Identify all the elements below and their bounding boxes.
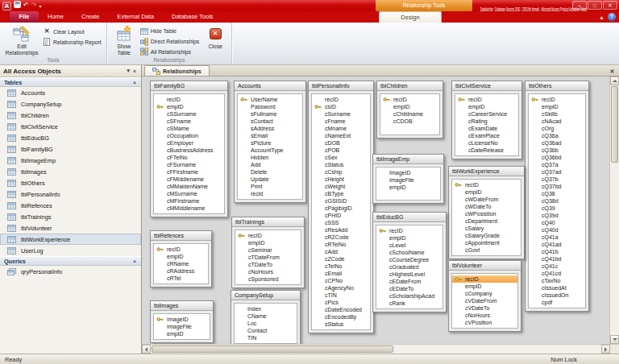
field-cdateencoded[interactable]: cDateEncoded (312, 306, 370, 313)
edit-relationships-button[interactable]: Edit Relationships (3, 24, 40, 56)
tab-home[interactable]: Home (39, 11, 73, 23)
field-ccdob[interactable]: cCDOB (380, 118, 439, 125)
field-sfullname[interactable]: sFullname (238, 110, 302, 118)
field-cphid[interactable]: cPHID (312, 212, 370, 219)
field-ccpno[interactable]: cCPNo (312, 277, 370, 284)
field-delete[interactable]: Delete (238, 168, 302, 176)
nav-item-tbleducbg[interactable]: tblEducBG (0, 132, 141, 143)
direct-relationships-button[interactable]: Direct Relationships (138, 37, 201, 47)
field-cedateto[interactable]: cEDateTo (376, 285, 442, 292)
field-cq37a[interactable]: cQ37a (529, 161, 585, 168)
field-password[interactable]: Password (238, 103, 302, 110)
relationship-table-accounts[interactable]: AccountsUserNamePasswordsFullnamesContac… (234, 81, 306, 203)
table-title-bar[interactable]: tblImages (151, 301, 213, 311)
field-ccoursedegree[interactable]: cCourseDegree (376, 256, 442, 263)
scroll-up-button[interactable] (610, 77, 619, 85)
field-empid[interactable]: empID (452, 283, 517, 290)
field-loc[interactable]: Loc (235, 320, 297, 327)
qat-customize-dropdown[interactable]: ▾ (39, 3, 41, 9)
field-cvposition[interactable]: cVPosition (452, 319, 517, 326)
field-cdob[interactable]: cDOB (312, 139, 370, 147)
relationship-table-tblimages[interactable]: tblImagesImageIDImageFileempID (150, 300, 214, 343)
field-cbtype[interactable]: cBType (312, 190, 370, 197)
field-contact[interactable]: Contact (235, 327, 297, 334)
field-cq41ad[interactable]: cQ41ad (529, 241, 585, 248)
nav-section-header-queries[interactable]: Queries▲ (0, 256, 141, 266)
field-csponsored[interactable]: cSponsored (235, 275, 301, 283)
field-cedatefrom[interactable]: cEDateFrom (376, 278, 442, 285)
field-cq38d[interactable]: cQ38d (529, 197, 585, 205)
vertical-scrollbar[interactable] (609, 77, 619, 344)
scroll-right-button[interactable] (601, 345, 610, 354)
nav-item-tblfamilybg[interactable]: tblFamilyBG (0, 143, 141, 155)
redo-button[interactable]: ↷ (31, 1, 37, 10)
field-crzcode[interactable]: cRZCode (312, 234, 370, 241)
field-cagencyno[interactable]: cAgencyNo (312, 284, 370, 292)
field-cemployer[interactable]: cEmployer (154, 139, 224, 147)
relationship-table-tblcivilservice[interactable]: tblCivilServicerecIDempIDcCareerServicec… (451, 81, 522, 159)
field-cmsurname[interactable]: cMSurname (154, 190, 224, 197)
field-cq38[interactable]: cQ38 (529, 190, 585, 197)
field-scontact[interactable]: sContact (238, 118, 302, 125)
table-title-bar[interactable]: tblFamilyBG (151, 81, 227, 91)
nav-item-companysetup[interactable]: CompanySetup (0, 98, 141, 110)
field-cq41c[interactable]: cQ41c (529, 263, 585, 270)
section-collapse-icon[interactable]: ▲ (132, 80, 137, 85)
field-empid[interactable]: empID (154, 253, 208, 260)
field-clicenseno[interactable]: cLicenseNo (455, 139, 518, 147)
tab-create[interactable]: Create (73, 11, 109, 23)
save-button[interactable] (14, 1, 21, 11)
table-title-bar[interactable]: tblChildren (377, 81, 442, 91)
hide-table-button[interactable]: Hide Table (138, 27, 201, 36)
relationship-report-button[interactable]: Relationship Report (40, 37, 104, 47)
field-cschoolname[interactable]: cSchoolName (376, 249, 442, 256)
field-recid[interactable]: recID (235, 232, 301, 239)
field-ctdatefrom[interactable]: cTDateFrom (235, 254, 301, 261)
navpane-menu-icon[interactable]: ▾ (126, 68, 132, 74)
field-csfname[interactable]: cSFname (154, 118, 224, 125)
field-empid[interactable]: empID (235, 239, 301, 246)
field-coccupation[interactable]: cOccupation (154, 132, 224, 139)
field-cscholarshipacad[interactable]: cScholarshipAcad (376, 292, 442, 300)
field-cstatus[interactable]: cStatus (312, 161, 370, 168)
field-csid[interactable]: csID (312, 103, 370, 110)
relationships-canvas[interactable]: tblFamilyBGrecIDempIDcSSurnamecSFnamecSM… (142, 77, 609, 344)
navpane-header[interactable]: All Access Objects ▾ « (0, 65, 141, 77)
table-title-bar[interactable]: tblCivilService (452, 81, 521, 91)
field-empid[interactable]: empID (529, 103, 585, 110)
help-icon[interactable]: ? (608, 13, 616, 21)
field-csex[interactable]: cSex (312, 154, 370, 161)
nav-item-tblothers[interactable]: tblOthers (0, 177, 141, 188)
field-cfsurname[interactable]: cFSurname (154, 161, 224, 168)
tab-design[interactable]: Design (379, 11, 442, 23)
field-imageid[interactable]: ImageID (376, 169, 440, 176)
field-cq37bd[interactable]: cQ37bd (529, 183, 585, 190)
field-csalarygrade[interactable]: cSalaryGrade (452, 232, 521, 239)
field-recid[interactable]: recID (452, 181, 521, 188)
table-title-bar[interactable]: tblWorkExperience (449, 167, 524, 176)
field-ccship[interactable]: cCship (312, 168, 370, 176)
field-cname[interactable]: CName (235, 312, 297, 320)
field-saddress[interactable]: sAddress (238, 125, 302, 132)
field-cgovt[interactable]: cGovt (452, 246, 521, 254)
relationship-table-tblworkexperience[interactable]: tblWorkExperiencerecIDempIDcWDateFromcWD… (448, 166, 525, 259)
table-title-bar[interactable]: tblTrainings (232, 217, 304, 227)
field-recid[interactable]: recID (380, 96, 439, 103)
relationship-table-tblchildren[interactable]: tblChildrenrecIDempIDcChildnamecCDOB (376, 81, 443, 139)
nav-section-header-tables[interactable]: Tables▲ (0, 77, 141, 87)
field-cheight[interactable]: cHeight (312, 176, 370, 183)
field-cmfirstname[interactable]: cMFirstname (154, 197, 224, 205)
field-crtel[interactable]: cRTel (154, 275, 208, 282)
field-cnohours[interactable]: cNoHours (235, 268, 301, 275)
field-empid[interactable]: empID (452, 188, 521, 196)
field-craddress[interactable]: cRAddress (154, 267, 208, 275)
shutter-bar-close-icon[interactable]: « (131, 68, 138, 74)
relationship-table-tbleducbg[interactable]: tblEducBGrecIDempIDcLevelcSchoolNamecCou… (372, 212, 447, 312)
field-hidden[interactable]: Hidden (238, 154, 302, 161)
minimize-ribbon-icon[interactable]: ▲ (599, 14, 604, 20)
field-cq36bd[interactable]: cQ36bd (529, 154, 585, 161)
field-print[interactable]: Print (238, 183, 302, 190)
field-cpob[interactable]: cPOB (312, 147, 370, 154)
show-table-button[interactable]: Show Table (110, 24, 138, 56)
field-cweight[interactable]: cWeight (312, 183, 370, 190)
